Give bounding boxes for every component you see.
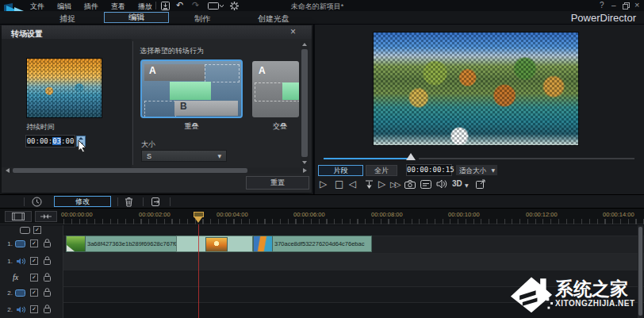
video-track-icon: [20, 227, 30, 234]
watermark-site: XITONGZHIJIA.NET: [555, 299, 635, 308]
redo-icon[interactable]: ↷: [192, 0, 199, 10]
ruler-mark: 00:00:14:00: [603, 211, 634, 218]
lock-icon[interactable]: [44, 256, 51, 265]
range-icon[interactable]: [32, 197, 42, 207]
duration-suffix: :00: [61, 137, 74, 145]
clip-thumbnail: [67, 236, 86, 251]
track-enable-checkbox[interactable]: ✓: [30, 289, 38, 297]
transition-thumbnail: [205, 237, 228, 252]
movie-mode-button[interactable]: 全片: [366, 165, 397, 176]
audio-track-icon: [16, 257, 25, 266]
aspect-icon[interactable]: [208, 2, 224, 10]
fast-forward-button[interactable]: ▷▷: [390, 179, 399, 190]
3d-button[interactable]: 3D: [452, 179, 462, 188]
tab-edit[interactable]: 编辑: [104, 12, 169, 23]
lock-icon[interactable]: [44, 273, 51, 282]
step-down-icon[interactable]: [364, 180, 374, 190]
dialog-header[interactable]: [2, 25, 312, 39]
toolbar-separator: [143, 197, 144, 206]
diagram-letter-b: B: [180, 101, 187, 112]
next-frame-button[interactable]: ▷: [378, 178, 385, 190]
fit-dropdown[interactable]: 适合大小 ▼: [455, 164, 498, 176]
lane-divider: [0, 253, 644, 254]
timeline-view-button[interactable]: [5, 211, 32, 222]
track-number: 1.: [2, 240, 13, 247]
modify-button-label: 修改: [75, 197, 90, 205]
minimize-button[interactable]: –: [611, 1, 616, 10]
check-icon: ✓: [32, 258, 36, 263]
track-row-audio2: 2. ✓: [0, 303, 63, 318]
export-icon[interactable]: [151, 197, 161, 207]
dialog-vertical-scrollbar[interactable]: [301, 41, 309, 166]
clip-mode-button[interactable]: 片段: [318, 165, 363, 176]
behavior-option-cross[interactable]: A: [252, 61, 299, 117]
trash-icon[interactable]: [125, 197, 133, 207]
duration-input[interactable]: 00:00:03:00: [25, 135, 75, 148]
watermark-logo-icon: [509, 271, 554, 314]
caret-down-icon: ▼: [217, 153, 221, 159]
mouse-cursor: [78, 140, 87, 153]
clip-name: 3a68f427363e1b289f69628c767f0: [87, 240, 178, 247]
tab-produce[interactable]: 制作: [178, 13, 226, 25]
reset-button[interactable]: 重置: [246, 176, 309, 190]
tab-create-disc[interactable]: 创建光盘: [244, 13, 303, 25]
gear-icon[interactable]: [230, 2, 239, 10]
caption-icon[interactable]: [420, 180, 431, 189]
track-manager-button[interactable]: [35, 211, 57, 222]
track-row-fx: fx ✓: [0, 271, 63, 286]
restore-icon[interactable]: [623, 2, 630, 10]
track-enable-checkbox[interactable]: ✓: [30, 257, 38, 265]
ruler-mark: 00:00:00:00: [61, 211, 93, 218]
lane-row: [0, 225, 644, 236]
transition-preview-thumbnail: [26, 58, 102, 118]
behavior-option-cross-label: 交叠: [273, 121, 299, 132]
modify-button[interactable]: 修改: [54, 196, 111, 207]
track-row-audio1: 1. ✓: [0, 255, 63, 270]
timeline-playhead-line[interactable]: [198, 224, 199, 318]
check-icon: ✓: [32, 240, 36, 246]
behavior-option-overlap[interactable]: A B: [140, 59, 243, 118]
preview-timecode[interactable]: 00:00:00:15: [406, 164, 452, 176]
duration-label: 持续时间: [26, 122, 55, 132]
audio-track-icon: [16, 305, 25, 314]
lock-icon[interactable]: [44, 288, 51, 297]
check-icon: ✓: [32, 289, 36, 295]
diagram-overlap-block2: [282, 82, 299, 100]
lock-icon[interactable]: [44, 305, 51, 313]
lock-icon[interactable]: [44, 239, 51, 247]
timeline-playhead-marker[interactable]: [194, 212, 204, 217]
undock-icon[interactable]: [476, 179, 486, 189]
watermark-title: 系统之家: [555, 278, 635, 299]
ruler-mark: 00:00:10:00: [448, 211, 480, 218]
undo-icon[interactable]: ↶: [176, 0, 183, 10]
track-row-video2: 2. ✓: [0, 287, 63, 302]
timeline-clip-2[interactable]: 370ace8df532276204d64c76ebac: [253, 236, 372, 252]
play-button[interactable]: ▷: [320, 178, 327, 190]
track-enable-checkbox[interactable]: ✓: [30, 274, 38, 282]
previous-frame-button[interactable]: ◁: [349, 178, 356, 190]
powerdirector-window: 文件 编辑 插件 查看 播放 ↶ ↷ 未命名的新项目* ? –: [0, 0, 644, 318]
help-button[interactable]: ?: [600, 1, 604, 10]
diagram-letter-a2: A: [259, 65, 266, 76]
snapshot-icon[interactable]: [404, 180, 416, 189]
track-enable-checkbox[interactable]: ✓: [30, 305, 38, 313]
seek-bar[interactable]: [324, 157, 634, 160]
track-enable-checkbox[interactable]: ✓: [33, 226, 41, 234]
dialog-close-icon[interactable]: ×: [290, 26, 296, 37]
diagram-letter-a: A: [149, 65, 156, 76]
track-row-header: ✓: [0, 226, 63, 236]
clip-thumbnail: [254, 236, 273, 251]
save-icon[interactable]: [161, 2, 170, 10]
seek-playhead[interactable]: [406, 153, 416, 160]
track-enable-checkbox[interactable]: ✓: [30, 239, 38, 247]
transition-region[interactable]: [176, 236, 253, 252]
tab-capture[interactable]: 捕捉: [44, 13, 91, 25]
dialog-horizontal-scrollbar[interactable]: [4, 167, 309, 174]
volume-icon[interactable]: [436, 179, 447, 189]
close-button[interactable]: ×: [634, 0, 639, 10]
size-dropdown[interactable]: S ▼: [141, 150, 227, 162]
timeline-playhead-marker-triangle[interactable]: [194, 217, 202, 223]
stop-button[interactable]: □: [335, 178, 343, 190]
fit-dropdown-value: 适合大小: [459, 167, 486, 176]
3d-caret-icon[interactable]: ▼: [465, 182, 469, 188]
